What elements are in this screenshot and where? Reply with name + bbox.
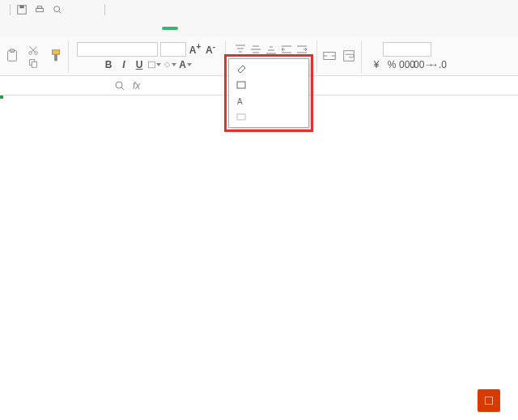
svg-line-5	[59, 11, 62, 14]
separator	[316, 40, 317, 73]
font-color-button[interactable]: A	[179, 58, 192, 71]
separator	[104, 4, 105, 15]
format-painter-button[interactable]	[49, 49, 63, 64]
clipboard-icon	[5, 49, 19, 63]
tab-start[interactable]	[162, 27, 178, 30]
clear-content-icon: A	[236, 95, 247, 107]
preview-icon[interactable]	[51, 3, 64, 16]
fx-label: fx	[133, 80, 140, 91]
separator	[225, 40, 226, 73]
selection-outline	[0, 95, 3, 99]
quick-access-bar	[0, 0, 518, 19]
increase-decimal-icon[interactable]: .00→	[416, 58, 429, 71]
clear-format-item[interactable]	[229, 77, 308, 93]
save-icon[interactable]	[15, 3, 28, 16]
clear-content-item[interactable]: A	[229, 93, 308, 109]
merge-center-button[interactable]	[322, 49, 337, 64]
cut-button[interactable]	[28, 45, 40, 56]
underline-button[interactable]: U	[133, 58, 146, 71]
border-button[interactable]	[148, 58, 161, 71]
clear-comment-item	[229, 109, 308, 125]
paste-button[interactable]	[5, 49, 19, 64]
copy-button[interactable]	[28, 57, 40, 69]
svg-point-42	[116, 82, 122, 88]
align-middle-icon[interactable]	[249, 43, 262, 56]
svg-rect-14	[149, 62, 155, 68]
separator	[10, 4, 11, 15]
svg-rect-46	[237, 114, 245, 120]
number-format-select[interactable]	[383, 42, 431, 57]
print-icon[interactable]	[33, 3, 46, 16]
fill-color-button[interactable]	[163, 58, 176, 71]
separator	[68, 40, 69, 73]
svg-line-43	[121, 87, 124, 90]
italic-button[interactable]: I	[117, 58, 130, 71]
svg-rect-2	[36, 8, 44, 11]
indent-left-icon[interactable]	[280, 43, 293, 56]
percent-icon[interactable]: %	[385, 58, 398, 71]
svg-rect-11	[32, 62, 36, 67]
bold-button[interactable]: B	[102, 58, 115, 71]
svg-rect-12	[53, 50, 60, 54]
currency-icon[interactable]: ¥	[370, 58, 383, 71]
svg-rect-7	[10, 49, 14, 53]
decrease-font-icon[interactable]: A-	[204, 43, 217, 56]
svg-text:A: A	[237, 97, 243, 106]
align-top-icon[interactable]	[234, 43, 247, 56]
clear-all-item[interactable]	[229, 61, 308, 77]
scissors-icon	[28, 45, 39, 56]
clear-comment-icon	[236, 112, 247, 123]
watermark-logo-icon: □	[478, 389, 500, 412]
clear-format-icon	[236, 79, 247, 91]
indent-right-icon[interactable]	[295, 43, 308, 56]
clear-all-icon	[236, 63, 247, 74]
ribbon-tabs	[0, 19, 518, 37]
svg-rect-44	[237, 82, 245, 88]
brush-icon	[49, 49, 63, 63]
copy-icon	[28, 57, 39, 69]
svg-rect-3	[37, 6, 41, 9]
decrease-decimal-icon[interactable]: →.0	[431, 58, 444, 71]
increase-font-icon[interactable]: A+	[189, 43, 202, 56]
separator	[361, 40, 362, 73]
font-size-select[interactable]	[160, 42, 186, 57]
watermark: □	[478, 389, 510, 412]
wrap-text-button[interactable]	[342, 49, 356, 64]
zoom-icon[interactable]	[113, 79, 126, 92]
svg-rect-13	[54, 54, 57, 61]
svg-point-4	[54, 6, 60, 12]
svg-rect-1	[19, 6, 23, 9]
merge-icon	[322, 49, 337, 63]
clear-menu-popup: A	[228, 58, 309, 128]
svg-rect-41	[344, 51, 355, 62]
undo-icon[interactable]	[69, 3, 82, 16]
font-name-select[interactable]	[77, 42, 158, 57]
redo-icon[interactable]	[87, 3, 100, 16]
align-bottom-icon[interactable]	[265, 43, 278, 56]
wrap-icon	[342, 49, 356, 63]
